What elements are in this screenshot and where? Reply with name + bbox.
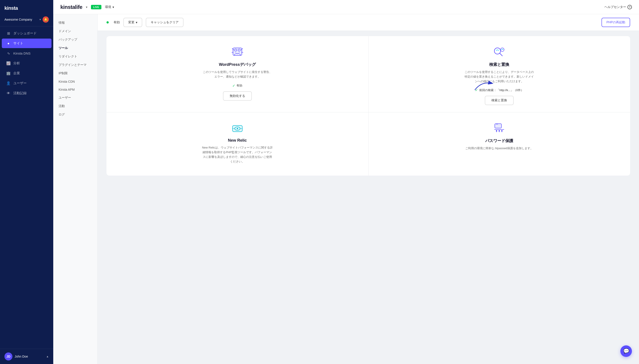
main-content: kinstalife ▾ LIVE 環境 ▾ ヘルプセンター ? 情報ドメインバ… [53, 0, 639, 364]
svg-rect-18 [495, 124, 501, 128]
activity-icon: 👁 [6, 91, 11, 95]
nav-label: サイト [13, 41, 23, 46]
tool-btn-search-replace[interactable]: 検索と置換 [485, 96, 514, 105]
tool-title-password-protect: パスワード保護 [485, 138, 513, 144]
status-dot-icon [107, 21, 109, 24]
sub-nav-item-logs[interactable]: ログ [53, 110, 97, 119]
env-label: 環境 [105, 5, 111, 9]
nav-label: Kinsta DNS [13, 52, 31, 55]
nav-label: 分析 [13, 61, 20, 66]
nav-item-company[interactable]: 🏢企業 [2, 68, 52, 78]
tool-title-new-relic: New Relic [228, 138, 247, 143]
env-selector[interactable]: 環境 ▾ [105, 5, 114, 9]
nav-label: 企業 [13, 71, 20, 75]
company-selector[interactable]: Awesome Company ▾ 🔔 [0, 15, 53, 26]
topbar: kinstalife ▾ LIVE 環境 ▾ ヘルプセンター ? [53, 0, 639, 14]
dashboard-icon: ⊞ [6, 31, 11, 36]
sub-nav-item-activity2[interactable]: 活動 [53, 102, 97, 110]
nav-label: ユーザー [13, 81, 27, 85]
kinsta-dns-icon: ∿ [6, 51, 11, 56]
sub-nav-item-users2[interactable]: ユーザー [53, 94, 97, 102]
logo-area: kinsta [0, 0, 53, 15]
company-dropdown-icon: ▾ [40, 18, 41, 21]
user-menu[interactable]: JD John Doe ▲ [0, 349, 53, 364]
sub-nav-item-backup[interactable]: バックアップ [53, 36, 97, 44]
users-icon: 👤 [6, 81, 11, 85]
env-chevron-icon: ▾ [113, 5, 114, 9]
sub-sidebar: 情報ドメインバックアップツールリダイレクトプラグインとテーマIP制限Kinsta… [53, 14, 98, 364]
svg-rect-0 [233, 48, 242, 56]
sites-icon: ● [6, 42, 11, 46]
status-check-icon: ✓ [232, 84, 235, 88]
sub-nav-menu: 情報ドメインバックアップツールリダイレクトプラグインとテーマIP制限Kinsta… [53, 18, 97, 119]
new-relic-icon [228, 121, 246, 134]
live-badge: LIVE [91, 5, 101, 9]
tools-grid: WordPressデバッグ このツールを使用してウェブサイトに発生する警告、エラ… [107, 36, 630, 176]
svg-line-10 [500, 53, 502, 56]
svg-point-21 [499, 130, 500, 132]
nav-item-sites[interactable]: ●サイト [2, 38, 52, 48]
content-area: 情報ドメインバックアップツールリダイレクトプラグインとテーマIP制限Kinsta… [53, 14, 639, 364]
sub-nav-item-info[interactable]: 情報 [53, 18, 97, 27]
sub-nav-item-kinsta-apm[interactable]: Kinsta APM [53, 86, 97, 94]
sub-nav-item-plugins[interactable]: プラグインとテーマ [53, 61, 97, 69]
nav-item-activity[interactable]: 👁活動記録 [2, 88, 52, 98]
site-title-chevron[interactable]: ▾ [86, 5, 87, 9]
nav-item-analytics[interactable]: 📈分析 [2, 58, 52, 68]
tool-title-search-replace: 検索と置換 [489, 62, 509, 67]
sub-nav-item-tools[interactable]: ツール [53, 44, 97, 52]
tool-card-password-protect: パスワード保護 ご利用の環境に簡単な.htpasswd保護を追加します。 [369, 112, 630, 175]
sub-nav-item-domain[interactable]: ドメイン [53, 27, 97, 36]
clear-cache-button[interactable]: キャッシュをクリア [146, 18, 183, 27]
debug-icon [228, 45, 246, 58]
nav-menu: ⊞ダッシュボード●サイト∿Kinsta DNS📈分析🏢企業👤ユーザー👁活動記録 [0, 28, 53, 98]
help-center-link[interactable]: ヘルプセンター ? [604, 5, 632, 9]
sub-nav-item-kinsta-cdn[interactable]: Kinsta CDN [53, 78, 97, 86]
password-icon [490, 121, 508, 134]
tool-status: ✓ 有効 [232, 84, 242, 88]
sub-nav-item-redirect[interactable]: リダイレクト [53, 52, 97, 61]
site-title: kinstalife [60, 4, 82, 10]
sidebar: kinsta Awesome Company ▾ 🔔 ⊞ダッシュボード●サイト∿… [0, 0, 53, 364]
change-button[interactable]: 変更 ▾ [123, 18, 142, 27]
php-restart-button[interactable]: PHPの再起動 [601, 18, 630, 27]
avatar: JD [5, 352, 13, 360]
nav-label: 活動記録 [13, 91, 27, 95]
tool-desc-new-relic: New Relicは、ウェブサイトパフォーマンスに関する詳細情報を取得するPHP… [202, 146, 273, 164]
nav-item-kinsta-dns[interactable]: ∿Kinsta DNS [2, 48, 52, 58]
nav-item-dashboard[interactable]: ⊞ダッシュボード [2, 28, 52, 38]
company-name: Awesome Company [5, 18, 38, 21]
tool-desc-password-protect: ご利用の環境に簡単な.htpasswd保護を追加します。 [465, 146, 533, 151]
nav-label: ダッシュボード [13, 31, 37, 36]
svg-point-15 [237, 128, 238, 129]
logo-text: kinsta [5, 5, 18, 11]
notification-bell[interactable]: 🔔 [43, 16, 49, 22]
chat-button[interactable]: 💬 [620, 346, 632, 357]
company-icon: 🏢 [6, 71, 11, 75]
svg-point-11 [501, 48, 504, 52]
page-content: 有効 変更 ▾ キャッシュをクリア PHPの再起動 [98, 14, 639, 364]
svg-point-20 [496, 130, 497, 132]
help-center-label: ヘルプセンター [604, 5, 626, 9]
tool-title-wp-debug: WordPressデバッグ [219, 62, 256, 67]
tool-desc-wp-debug: このツールを使用してウェブサイトに発生する警告、エラー、通知などが確認できます。 [202, 70, 273, 79]
tool-card-wp-debug: WordPressデバッグ このツールを使用してウェブサイトに発生する警告、エラ… [107, 36, 368, 112]
tool-card-search-replace: 検索と置換 このツールを使用することにより、データベース上の特定の値を置き換える… [369, 36, 630, 112]
analytics-icon: 📈 [6, 61, 11, 66]
nav-item-users[interactable]: 👤ユーザー [2, 78, 52, 88]
arrow-annotation [473, 79, 495, 92]
svg-point-22 [501, 130, 503, 132]
search-replace-icon [490, 45, 508, 58]
change-chevron-icon: ▾ [136, 20, 137, 24]
tool-btn-wp-debug[interactable]: 無効化する [223, 91, 252, 101]
user-chevron-icon: ▲ [46, 355, 49, 358]
user-name: John Doe [15, 355, 44, 358]
top-actions-bar: 有効 変更 ▾ キャッシュをクリア PHPの再起動 [98, 14, 639, 31]
tool-card-new-relic: New Relic New Relicは、ウェブサイトパフォーマンスに関する詳細… [107, 112, 368, 175]
sub-nav-item-ip-limit[interactable]: IP制限 [53, 69, 97, 78]
status-text: 有効 [114, 20, 120, 24]
help-icon: ? [627, 5, 632, 9]
